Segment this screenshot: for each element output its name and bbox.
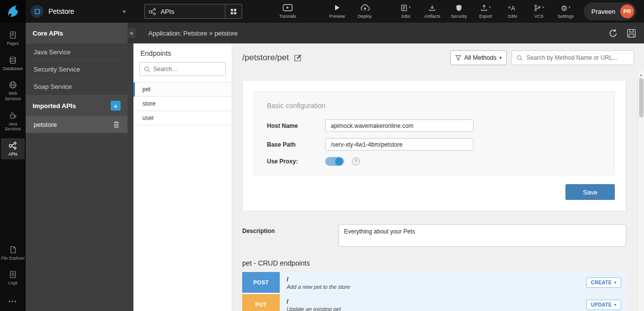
soap-service-label: Soap Service xyxy=(34,83,72,90)
jobs-label: Jobs xyxy=(401,14,410,19)
workspace-selector-label: APIs xyxy=(160,8,225,15)
preview-button[interactable]: Preview xyxy=(326,4,348,19)
cloud-upload-icon xyxy=(360,4,370,11)
endpoint-row-put[interactable]: PUT / Update an existing pet UPDATE ▾ xyxy=(242,294,626,311)
description-textarea[interactable]: Everything about your Pets xyxy=(339,224,626,247)
endpoint-item-label: user xyxy=(142,115,154,121)
gear-icon: ⚙ xyxy=(561,4,567,12)
breadcrumb-bar: « Application: Petstore > petstore xyxy=(128,23,644,43)
project-switcher[interactable]: Petstore ▾ xyxy=(31,5,128,18)
sidebar-item-java-services[interactable]: Java Services xyxy=(1,108,25,135)
save-button[interactable]: Save xyxy=(565,184,615,200)
logs-icon xyxy=(9,271,17,278)
endpoint-path: / xyxy=(287,275,350,283)
endpoint-row-post[interactable]: POST / Add a new pet to the store CREATE… xyxy=(242,272,626,293)
add-api-button[interactable]: + xyxy=(111,101,121,111)
deploy-button[interactable]: Deploy xyxy=(354,4,376,19)
sidebar-gutter[interactable] xyxy=(128,43,133,311)
imported-apis-header: Imported APIs + xyxy=(26,95,128,116)
settings-label: Settings xyxy=(558,14,574,19)
endpoints-title: Endpoints xyxy=(133,43,232,62)
base-path-input[interactable] xyxy=(325,138,473,151)
workspace-selector[interactable]: APIs xyxy=(144,4,242,19)
basic-config-panel: Basic configuration Host Name Base Path xyxy=(254,91,615,175)
endpoint-item-label: store xyxy=(142,100,156,107)
search-icon xyxy=(144,66,150,73)
apis-icon xyxy=(9,142,17,150)
settings-button[interactable]: ⚙ ▾ Settings xyxy=(555,4,577,19)
crud-endpoints-title: pet - CRUD endpoints xyxy=(242,259,626,267)
sidebar-item-apis[interactable]: APIs xyxy=(1,138,25,160)
scroll-up-icon[interactable]: ▲ xyxy=(640,71,643,78)
endpoint-item-label: pet xyxy=(142,86,151,93)
sidebar-item-pages[interactable]: Pages xyxy=(1,28,25,49)
endpoint-item-pet[interactable]: pet xyxy=(133,82,232,97)
config-card: Basic configuration Host Name Base Path xyxy=(242,80,626,211)
breadcrumb: Application: Petstore > petstore xyxy=(148,30,238,37)
method-search-input[interactable] xyxy=(526,54,629,61)
java-service-label: Java Service xyxy=(34,48,70,56)
edit-icon[interactable] xyxy=(294,54,302,62)
action-label: CREATE xyxy=(591,280,612,285)
refresh-icon[interactable] xyxy=(608,29,618,38)
more-options-button[interactable]: ••• xyxy=(8,292,17,311)
export-button[interactable]: ▾ Export xyxy=(475,4,497,19)
jobs-button[interactable]: ▾ Jobs xyxy=(395,4,417,19)
wavemaker-logo[interactable] xyxy=(0,0,26,23)
methods-filter[interactable]: All Methods ▾ xyxy=(450,50,507,65)
trash-icon[interactable] xyxy=(113,121,120,128)
endpoints-panel: Endpoints pet store xyxy=(133,43,232,311)
preview-label: Preview xyxy=(329,14,345,19)
core-apis-title: Core APIs xyxy=(33,30,63,37)
security-button[interactable]: Security xyxy=(448,4,470,19)
host-name-input[interactable] xyxy=(325,119,473,132)
deploy-label: Deploy xyxy=(358,14,372,19)
sidebar-item-databases[interactable]: Databases xyxy=(1,53,25,75)
create-action-button[interactable]: CREATE ▾ xyxy=(586,277,622,288)
chevron-down-icon: ▾ xyxy=(569,5,571,9)
user-menu[interactable]: Praveen PR xyxy=(584,2,636,20)
scrollbar-thumb[interactable] xyxy=(639,78,644,117)
svg-text:A: A xyxy=(511,5,515,12)
use-proxy-toggle[interactable] xyxy=(325,157,344,166)
sidebar-item-petstore[interactable]: petstore xyxy=(26,116,128,133)
scrollbar[interactable]: ▲ xyxy=(638,71,644,311)
endpoint-search-input[interactable] xyxy=(153,66,221,73)
avatar: PR xyxy=(620,4,634,18)
sidebar-item-java-service[interactable]: Java Service xyxy=(26,43,128,61)
globe-icon xyxy=(9,81,17,89)
sidebar-item-soap-service[interactable]: Soap Service xyxy=(26,78,128,95)
sidebar-item-security-service[interactable]: Security Service xyxy=(26,61,128,78)
topbar-actions: Tutorials Preview Deploy xyxy=(277,4,376,19)
translate-icon: Aa xyxy=(508,4,517,12)
security-label: Security xyxy=(451,14,467,19)
endpoint-path: / xyxy=(287,298,341,305)
i18n-button[interactable]: Aa I18N xyxy=(502,4,523,19)
tutorials-button[interactable]: Tutorials xyxy=(277,4,299,19)
artifacts-button[interactable]: Artifacts xyxy=(422,4,443,19)
save-file-icon[interactable] xyxy=(627,29,636,38)
help-icon[interactable]: ? xyxy=(352,157,360,165)
chevron-down-icon: ▾ xyxy=(123,8,126,15)
chevron-down-icon: ▾ xyxy=(409,5,411,9)
endpoint-item-store[interactable]: store xyxy=(133,97,232,111)
chevron-down-icon: ▾ xyxy=(614,280,616,285)
collapse-sidebar-button[interactable]: « xyxy=(128,28,135,38)
basic-config-title: Basic configuration xyxy=(267,102,601,110)
upload-icon xyxy=(480,4,488,12)
vcs-button[interactable]: ▾ VCS xyxy=(528,4,550,19)
branch-icon xyxy=(534,4,541,12)
grid-icon[interactable] xyxy=(225,4,242,18)
jobs-icon xyxy=(400,4,408,12)
endpoint-item-user[interactable]: user xyxy=(133,111,232,125)
endpoint-search xyxy=(139,62,226,76)
search-icon xyxy=(516,55,523,61)
logs-label: Logs xyxy=(8,280,17,286)
core-apis-header: Core APIs xyxy=(26,23,128,43)
sidebar-item-file-explorer[interactable]: File Explorer xyxy=(1,242,25,264)
sidebar-item-logs[interactable]: Logs xyxy=(1,267,25,289)
methods-filter-value: All Methods xyxy=(464,54,496,61)
chevron-down-icon: ▾ xyxy=(542,5,544,9)
update-action-button[interactable]: UPDATE ▾ xyxy=(586,300,622,310)
sidebar-item-web-services[interactable]: Web Services xyxy=(1,78,25,104)
